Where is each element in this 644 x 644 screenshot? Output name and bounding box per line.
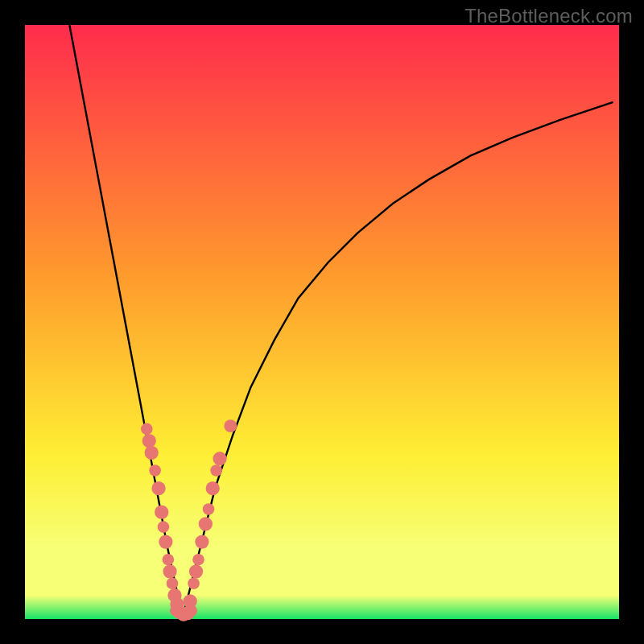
data-marker xyxy=(158,521,170,533)
data-marker xyxy=(224,419,237,432)
data-marker xyxy=(213,452,226,465)
data-marker xyxy=(195,535,208,548)
data-marker xyxy=(192,554,204,566)
data-marker xyxy=(145,446,159,460)
data-marker xyxy=(210,464,222,477)
data-marker xyxy=(163,554,175,566)
data-marker xyxy=(151,481,165,495)
data-marker xyxy=(184,594,197,608)
data-marker xyxy=(163,564,176,578)
data-marker xyxy=(167,577,179,589)
chart-svg xyxy=(25,25,619,619)
data-marker xyxy=(188,577,200,589)
watermark-text: TheBottleneck.com xyxy=(464,5,633,27)
data-marker xyxy=(199,517,213,530)
data-marker xyxy=(159,535,172,548)
data-marker xyxy=(141,423,153,436)
data-marker xyxy=(206,481,220,495)
data-marker xyxy=(189,564,203,578)
chart-frame: TheBottleneck.com xyxy=(0,0,644,644)
data-marker xyxy=(203,503,215,515)
data-marker xyxy=(155,506,168,519)
curve-right xyxy=(183,102,613,619)
data-marker xyxy=(149,464,161,477)
data-marker xyxy=(142,434,156,448)
